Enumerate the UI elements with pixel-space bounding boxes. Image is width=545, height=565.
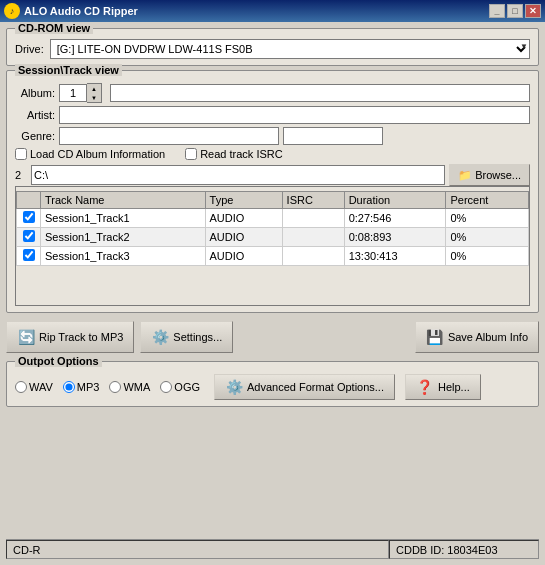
track-checkbox-2[interactable] [23, 249, 35, 261]
rip-icon: 🔄 [17, 328, 35, 346]
save-album-button[interactable]: 💾 Save Album Info [415, 321, 539, 353]
spinner-down[interactable]: ▼ [87, 93, 101, 102]
spinner-up[interactable]: ▲ [87, 84, 101, 93]
mp3-option[interactable]: MP3 [63, 381, 100, 393]
advanced-icon: ⚙️ [225, 378, 243, 396]
table-row: Session1_Track1 AUDIO 0:27:546 0% [17, 209, 529, 228]
col-percent: Percent [446, 192, 529, 209]
track-checkbox-cell[interactable] [17, 228, 41, 247]
app-title: ALO Audio CD Ripper [24, 5, 485, 17]
artist-input[interactable] [59, 106, 530, 124]
path-row: 2 📁 Browse... [15, 164, 530, 186]
read-isrc-label[interactable]: Read track ISRC [185, 148, 283, 160]
table-row: Session1_Track3 AUDIO 13:30:413 0% [17, 247, 529, 266]
load-cd-label[interactable]: Load CD Album Information [15, 148, 165, 160]
cdrom-section: CD-ROM view Drive: [G:] LITE-ON DVDRW LD… [6, 28, 539, 66]
output-section: Outpot Options WAV MP3 WMA OGG ⚙️ Advanc… [6, 361, 539, 407]
track-name-cell: Session1_Track2 [41, 228, 206, 247]
path-input[interactable] [31, 165, 445, 185]
status-right: CDDB ID: 18034E03 [389, 540, 539, 559]
drive-label: Drive: [15, 43, 44, 55]
settings-icon: ⚙️ [151, 328, 169, 346]
track-checkbox-0[interactable] [23, 211, 35, 223]
track-type-cell: AUDIO [205, 209, 282, 228]
album-row: Album: ▲ ▼ [15, 83, 530, 103]
minimize-button[interactable]: _ [489, 4, 505, 18]
genre-row: Genre: [15, 127, 530, 145]
ogg-radio[interactable] [160, 381, 172, 393]
action-buttons-row: 🔄 Rip Track to MP3 ⚙️ Settings... 💾 Save… [6, 317, 539, 357]
wma-radio[interactable] [109, 381, 121, 393]
title-bar: ♪ ALO Audio CD Ripper _ □ ✕ [0, 0, 545, 22]
col-trackname: Track Name [41, 192, 206, 209]
settings-button[interactable]: ⚙️ Settings... [140, 321, 233, 353]
path-num: 2 [15, 169, 27, 181]
col-isrc: ISRC [282, 192, 344, 209]
track-checkbox-cell[interactable] [17, 209, 41, 228]
cdrom-section-title: CD-ROM view [15, 22, 93, 34]
drive-row: Drive: [G:] LITE-ON DVDRW LDW-411S FS0B [15, 39, 530, 59]
app-icon: ♪ [4, 3, 20, 19]
album-spinner: ▲ ▼ [59, 83, 102, 103]
track-checkbox-1[interactable] [23, 230, 35, 242]
status-bar: CD-R CDDB ID: 18034E03 [6, 539, 539, 559]
session-section: Session\Track view Album: ▲ ▼ Artist: Ge… [6, 70, 539, 313]
wma-option[interactable]: WMA [109, 381, 150, 393]
help-icon: ❓ [416, 378, 434, 396]
output-section-title: Outpot Options [15, 355, 102, 367]
table-row: Session1_Track2 AUDIO 0:08:893 0% [17, 228, 529, 247]
wav-radio[interactable] [15, 381, 27, 393]
track-name-cell: Session1_Track3 [41, 247, 206, 266]
drive-select[interactable]: [G:] LITE-ON DVDRW LDW-411S FS0B [50, 39, 530, 59]
output-row: WAV MP3 WMA OGG ⚙️ Advanced Format Optio… [15, 374, 530, 400]
track-duration-cell: 13:30:413 [344, 247, 446, 266]
track-table: Track Name Type ISRC Duration Percent Se… [16, 191, 529, 266]
artist-row: Artist: [15, 106, 530, 124]
track-isrc-cell [282, 228, 344, 247]
drive-select-wrapper: [G:] LITE-ON DVDRW LDW-411S FS0B [50, 39, 530, 59]
track-isrc-cell [282, 209, 344, 228]
session-section-title: Session\Track view [15, 64, 122, 76]
spinner-buttons: ▲ ▼ [87, 83, 102, 103]
col-duration: Duration [344, 192, 446, 209]
window-controls: _ □ ✕ [489, 4, 541, 18]
track-checkbox-cell[interactable] [17, 247, 41, 266]
read-isrc-checkbox[interactable] [185, 148, 197, 160]
track-name-cell: Session1_Track1 [41, 209, 206, 228]
track-isrc-cell [282, 247, 344, 266]
track-duration-cell: 0:27:546 [344, 209, 446, 228]
advanced-format-button[interactable]: ⚙️ Advanced Format Options... [214, 374, 395, 400]
track-type-cell: AUDIO [205, 228, 282, 247]
maximize-button[interactable]: □ [507, 4, 523, 18]
col-check [17, 192, 41, 209]
genre-extra-input[interactable] [283, 127, 383, 145]
load-cd-checkbox[interactable] [15, 148, 27, 160]
track-percent-cell: 0% [446, 228, 529, 247]
help-button[interactable]: ❓ Help... [405, 374, 481, 400]
track-table-container: Track Name Type ISRC Duration Percent Se… [15, 186, 530, 306]
checkbox-row: Load CD Album Information Read track ISR… [15, 148, 530, 160]
wav-option[interactable]: WAV [15, 381, 53, 393]
genre-input[interactable] [59, 127, 279, 145]
rip-button[interactable]: 🔄 Rip Track to MP3 [6, 321, 134, 353]
save-icon: 💾 [426, 328, 444, 346]
genre-label: Genre: [15, 130, 55, 142]
col-type: Type [205, 192, 282, 209]
album-label: Album: [15, 87, 55, 99]
track-duration-cell: 0:08:893 [344, 228, 446, 247]
artist-label: Artist: [15, 109, 55, 121]
main-window: CD-ROM view Drive: [G:] LITE-ON DVDRW LD… [0, 22, 545, 565]
album-input[interactable] [59, 84, 87, 102]
mp3-radio[interactable] [63, 381, 75, 393]
close-button[interactable]: ✕ [525, 4, 541, 18]
album-title-input[interactable] [110, 84, 530, 102]
track-percent-cell: 0% [446, 209, 529, 228]
browse-button[interactable]: 📁 Browse... [449, 164, 530, 186]
status-left: CD-R [6, 540, 389, 559]
ogg-option[interactable]: OGG [160, 381, 200, 393]
folder-icon: 📁 [458, 169, 472, 182]
track-type-cell: AUDIO [205, 247, 282, 266]
track-percent-cell: 0% [446, 247, 529, 266]
